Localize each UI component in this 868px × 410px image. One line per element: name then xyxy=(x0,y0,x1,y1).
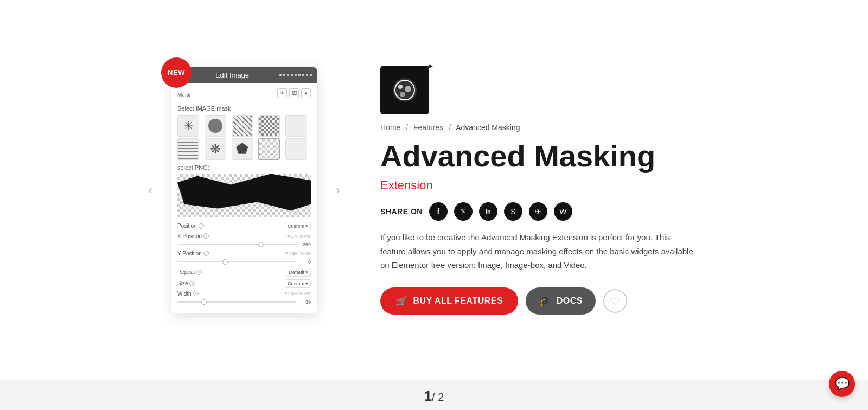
buy-label: BUY ALL FEATURES xyxy=(413,296,503,306)
eye-icon[interactable]: 👁 xyxy=(277,88,287,98)
mask-extra[interactable] xyxy=(285,138,307,160)
checker-shape xyxy=(259,139,279,159)
select-png-label: select PNG: xyxy=(177,164,311,171)
svg-point-2 xyxy=(398,85,403,89)
x-slider-row: 269 xyxy=(177,242,311,247)
share-label: SHARE ON xyxy=(380,207,423,216)
pagination-total: / 2 xyxy=(432,391,444,403)
phone-body: Mask 👁 🖼 ● Select IMAGE mask ✳ xyxy=(171,83,317,313)
wishlist-button[interactable]: ♡ xyxy=(603,289,627,313)
new-badge: NEW xyxy=(161,57,192,88)
x-slider-thumb[interactable] xyxy=(258,242,264,247)
repeat-row: Repeat i Default ▾ xyxy=(177,268,311,277)
y-info-icon: i xyxy=(203,251,209,256)
lines-shape xyxy=(233,116,252,136)
position-chevron: ▾ xyxy=(305,223,308,229)
breadcrumb-home[interactable]: Home xyxy=(380,123,400,132)
y-position-label-wrap: Y Position i xyxy=(177,251,209,257)
chat-fab[interactable]: 💬 xyxy=(829,371,855,397)
x-slider-value: 269 xyxy=(299,242,311,247)
width-slider-thumb[interactable] xyxy=(201,299,207,305)
x-slider-track[interactable] xyxy=(177,244,296,245)
breadcrumb-sep2: / xyxy=(449,123,451,132)
slider-area: ‹ NEW Edit Image Mask xyxy=(141,67,348,313)
prev-arrow[interactable]: ‹ xyxy=(141,181,160,200)
pagination: 1/ 2 xyxy=(0,380,868,410)
product-type: Extension xyxy=(380,178,727,193)
phone-header: Edit Image xyxy=(171,67,317,83)
mask-lines[interactable] xyxy=(232,115,253,137)
heart-icon: ♡ xyxy=(610,294,620,308)
size-chevron: ▾ xyxy=(305,281,308,286)
next-arrow[interactable]: › xyxy=(328,181,348,200)
circle-shape xyxy=(208,119,222,133)
whatsapp-icon[interactable]: W xyxy=(554,202,572,221)
docs-label: DOCS xyxy=(557,296,583,306)
position-label-wrap: Position i xyxy=(177,223,204,229)
size-row: Size i Custom ▾ xyxy=(177,279,311,288)
product-icon: ✦ xyxy=(380,66,429,114)
telegram-icon[interactable]: ✈ xyxy=(529,202,547,221)
skype-icon[interactable]: S xyxy=(504,202,522,221)
y-slider-thumb[interactable] xyxy=(222,259,228,265)
blob-shape: ⬟ xyxy=(236,140,248,157)
linkedin-icon[interactable]: in xyxy=(479,202,497,221)
width-slider-row: 39 xyxy=(177,299,311,305)
mask-checker-active[interactable] xyxy=(258,138,280,160)
product-info: ✦ Home / Features / Advanced Masking Adv… xyxy=(380,66,727,314)
circle-icon[interactable]: ● xyxy=(301,88,311,98)
product-title: Advanced Masking xyxy=(380,139,727,173)
x-info-icon: i xyxy=(203,233,209,239)
repeat-info-icon: i xyxy=(196,270,202,275)
breadcrumb-current: Advanced Masking xyxy=(456,123,520,132)
share-row: SHARE ON f 𝕏 in S ✈ W xyxy=(380,202,727,221)
repeat-value: Default xyxy=(289,270,304,275)
mask-diamonds[interactable] xyxy=(258,115,280,137)
breadcrumb-sep1: / xyxy=(406,123,408,132)
width-slider-track[interactable] xyxy=(177,301,296,303)
position-select[interactable]: Custom ▾ xyxy=(285,222,311,230)
docs-graduation-icon: 🎓 xyxy=(539,295,551,307)
mask-splat[interactable]: ❋ xyxy=(205,138,226,160)
position-info-icon: i xyxy=(199,223,204,229)
width-row: Width i PX EM % VW xyxy=(177,291,311,297)
brush-shape xyxy=(177,174,311,217)
repeat-label: Repeat xyxy=(177,269,195,275)
select-image-mask-label: Select IMAGE mask xyxy=(177,105,311,112)
mask-svg-icon xyxy=(388,74,421,106)
mask-circle[interactable] xyxy=(205,115,226,137)
waves-shape xyxy=(178,139,198,159)
position-value: Custom xyxy=(288,223,304,229)
svg-point-3 xyxy=(405,86,411,92)
mask-grid: ✳ ❋ xyxy=(177,115,311,160)
chat-icon: 💬 xyxy=(835,377,850,391)
image-icon[interactable]: 🖼 xyxy=(289,88,299,98)
x-unit-tabs: PX EM % VW xyxy=(284,234,311,239)
mask-row: Mask 👁 🖼 ● xyxy=(177,88,311,102)
y-slider-row: 0 xyxy=(177,259,311,265)
breadcrumb: Home / Features / Advanced Masking xyxy=(380,123,727,132)
product-icon-wrap: ✦ xyxy=(380,66,727,114)
size-label: Size xyxy=(177,280,188,286)
twitter-icon[interactable]: 𝕏 xyxy=(454,202,473,221)
size-value: Custom xyxy=(288,281,304,286)
buy-all-features-button[interactable]: 🛒 BUY ALL FEATURES xyxy=(380,287,518,315)
size-select[interactable]: Custom ▾ xyxy=(285,279,311,288)
diamonds-shape xyxy=(259,116,279,136)
dots-icon xyxy=(279,74,312,76)
mask-empty[interactable] xyxy=(285,115,307,137)
width-label: Width xyxy=(177,291,192,297)
phone-mockup: NEW Edit Image Mask 👁 xyxy=(171,67,317,313)
repeat-select[interactable]: Default ▾ xyxy=(286,268,311,277)
docs-button[interactable]: 🎓 DOCS xyxy=(526,287,596,315)
facebook-icon[interactable]: f xyxy=(429,202,448,221)
y-slider-track[interactable] xyxy=(177,261,296,262)
x-position-label: X Position xyxy=(177,233,202,239)
breadcrumb-features[interactable]: Features xyxy=(413,123,443,132)
position-label: Position xyxy=(177,223,197,229)
mask-waves[interactable] xyxy=(177,138,199,160)
sparkle-icon: ✦ xyxy=(426,61,433,72)
mask-star[interactable]: ✳ xyxy=(177,115,199,137)
mask-blob[interactable]: ⬟ xyxy=(232,138,253,160)
width-info-icon: i xyxy=(193,291,199,296)
